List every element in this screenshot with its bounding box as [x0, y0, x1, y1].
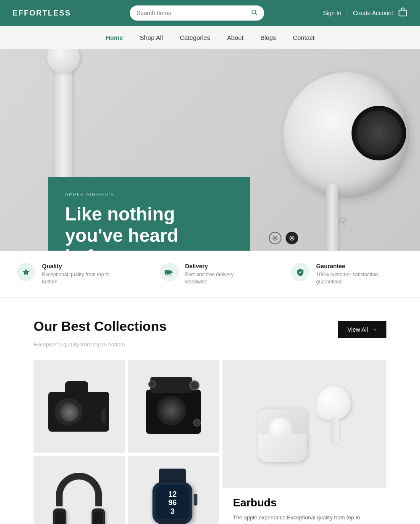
- collections-subtitle: Exceptional quality from top to bottom.: [34, 341, 386, 348]
- svg-point-6: [291, 238, 293, 239]
- collections-section: Our Best Collections View All → Exceptio…: [0, 298, 420, 524]
- earbuds-title: Earbuds: [233, 496, 376, 509]
- svg-marker-9: [171, 271, 173, 274]
- carousel-next[interactable]: [286, 232, 298, 244]
- nav-contact[interactable]: Contact: [293, 34, 315, 41]
- view-all-label: View All: [347, 326, 368, 333]
- carousel-prev[interactable]: [269, 232, 281, 244]
- guarantee-desc: 100% customer satisfaction guaranteed: [316, 271, 403, 286]
- hero-subtitle: APPLE AIRPOD'S: [65, 192, 233, 197]
- nav-blogs[interactable]: Blogs: [260, 34, 276, 41]
- header: EFFORTLESS Sign In | Create Account: [0, 0, 420, 26]
- nav-shop-all[interactable]: Shop All: [140, 34, 163, 41]
- r-label: R: [338, 215, 346, 228]
- collections-grid: Earbuds The apple experiance.Exceptional…: [34, 360, 386, 524]
- product-headphones[interactable]: [34, 456, 125, 524]
- svg-point-4: [275, 238, 276, 239]
- earbuds-info: Earbuds The apple experiance.Exceptional…: [223, 488, 386, 524]
- collections-header-left: Our Best Collections: [34, 319, 167, 334]
- search-bar: [130, 5, 264, 21]
- cart-icon[interactable]: [398, 8, 407, 19]
- delivery-title: Delivery: [185, 263, 257, 270]
- guarantee-text: Gaurantee 100% customer satisfaction gua…: [316, 263, 403, 286]
- product-earbuds[interactable]: Earbuds The apple experiance.Exceptional…: [223, 360, 386, 524]
- product-medium-camera[interactable]: [128, 360, 219, 453]
- signin-link[interactable]: Sign In: [323, 10, 341, 16]
- svg-point-11: [168, 273, 170, 275]
- hero-section: R APPLE AIRPOD'S Like nothing you've hea…: [0, 49, 420, 251]
- nav-about[interactable]: About: [227, 34, 243, 41]
- delivery-icon: [160, 263, 178, 281]
- search-icon[interactable]: [251, 9, 257, 17]
- collections-title: Our Best Collections: [34, 319, 167, 334]
- product-watch[interactable]: 12963: [128, 456, 219, 524]
- main-nav: Home Shop All Categories About Blogs Con…: [0, 26, 420, 49]
- collections-header: Our Best Collections View All →: [34, 319, 386, 338]
- guarantee-title: Gaurantee: [316, 263, 403, 270]
- search-input[interactable]: [136, 10, 247, 16]
- hero-card: APPLE AIRPOD'S Like nothing you've heard…: [48, 177, 250, 251]
- header-right: Sign In | Create Account: [323, 8, 407, 19]
- quality-desc: Exceptional quality from top to bottom.: [42, 271, 126, 286]
- feature-guarantee: Gaurantee 100% customer satisfaction gua…: [291, 263, 403, 286]
- quality-text: Quality Exceptional quality from top to …: [42, 263, 126, 286]
- delivery-text: Delivery Fast and free delivery worldwid…: [185, 263, 257, 286]
- nav-categories[interactable]: Categories: [180, 34, 210, 41]
- svg-point-10: [165, 273, 167, 275]
- create-account-link[interactable]: Create Account: [353, 10, 393, 16]
- nav-home[interactable]: Home: [105, 34, 123, 41]
- view-all-button[interactable]: View All →: [338, 321, 386, 338]
- earbuds-description: The apple experiance.Exceptional quality…: [233, 514, 376, 524]
- airpod-earbud-right: [284, 72, 410, 198]
- svg-rect-2: [399, 10, 407, 16]
- guarantee-icon: [291, 263, 310, 281]
- logo: EFFORTLESS: [13, 9, 71, 18]
- quality-title: Quality: [42, 263, 126, 270]
- divider: |: [346, 10, 348, 16]
- svg-line-1: [255, 13, 257, 15]
- feature-quality: Quality Exceptional quality from top to …: [17, 263, 126, 286]
- svg-marker-7: [23, 269, 30, 275]
- airpod-mesh: [352, 106, 406, 160]
- carousel-controls: [269, 232, 298, 244]
- features-section: Quality Exceptional quality from top to …: [0, 251, 420, 298]
- quality-icon: [17, 263, 35, 281]
- svg-point-0: [252, 10, 256, 14]
- delivery-desc: Fast and free delivery worldwide.: [185, 271, 257, 286]
- airpod-mesh-inner: [357, 111, 401, 155]
- arrow-right-icon: →: [371, 326, 377, 333]
- product-dslr[interactable]: [34, 360, 125, 453]
- airpod-stem-right: [326, 183, 338, 251]
- feature-delivery: Delivery Fast and free delivery worldwid…: [160, 263, 257, 286]
- hero-title: Like nothing you've heard before: [65, 204, 233, 251]
- earbuds-visual: [246, 360, 363, 488]
